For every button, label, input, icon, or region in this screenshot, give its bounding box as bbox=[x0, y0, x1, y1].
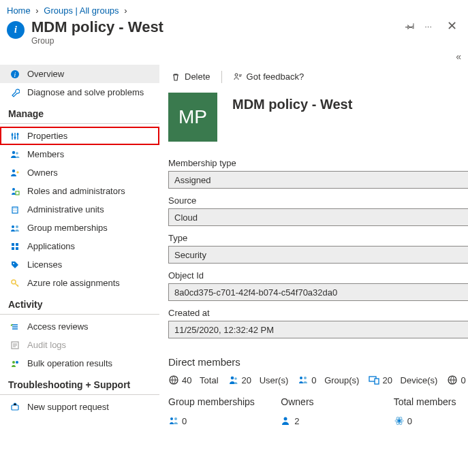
sidebar-item-licenses[interactable]: Licenses bbox=[0, 255, 159, 274]
user-icon bbox=[281, 415, 292, 426]
breadcrumb-groups[interactable]: Groups | All groups bbox=[44, 5, 119, 16]
group-icon bbox=[10, 223, 20, 233]
group-tile: MP MDM policy - West bbox=[168, 93, 468, 142]
stat-label: Group(s) bbox=[324, 375, 359, 385]
collapse-icon[interactable]: « bbox=[456, 51, 461, 62]
sidebar-item-properties[interactable]: Properties bbox=[0, 127, 159, 145]
stat-col-title: Total members bbox=[394, 396, 468, 407]
key-icon bbox=[10, 279, 20, 288]
sidebar-item-label: Diagnose and solve problems bbox=[27, 87, 144, 97]
stat-label: Total bbox=[200, 375, 218, 385]
stat-number: 0 bbox=[311, 375, 316, 385]
svg-point-44 bbox=[284, 417, 287, 421]
toolbar-divider bbox=[221, 71, 222, 83]
sidebar-item-azure-roles[interactable]: Azure role assignments bbox=[0, 274, 159, 292]
device-icon bbox=[369, 375, 379, 385]
apps-icon bbox=[10, 242, 20, 251]
sidebar-item-label: Audit logs bbox=[27, 340, 66, 350]
svg-rect-13 bbox=[12, 243, 14, 246]
breadcrumb: Home › Groups | All groups › bbox=[0, 0, 468, 17]
field-value: Security bbox=[174, 250, 206, 260]
sliders-icon bbox=[10, 131, 20, 141]
sidebar-item-label: Administrative units bbox=[27, 204, 104, 215]
stat-col-group-memberships: Group memberships 0 bbox=[168, 396, 281, 426]
sidebar-item-roles[interactable]: Roles and administrators bbox=[0, 182, 159, 200]
svg-point-12 bbox=[16, 225, 18, 228]
stat-label: Device(s) bbox=[401, 375, 438, 385]
sidebar-item-label: Bulk operation results bbox=[27, 358, 112, 368]
stat-value: 0 bbox=[394, 415, 468, 426]
sidebar-item-label: Licenses bbox=[27, 259, 62, 270]
feedback-icon bbox=[233, 72, 243, 82]
field-value-box: Cloud bbox=[168, 208, 468, 226]
owners-icon bbox=[10, 168, 20, 178]
sidebar-item-bulk[interactable]: Bulk operation results bbox=[0, 354, 159, 372]
stat-devices: 20 Device(s) bbox=[369, 375, 437, 385]
close-icon[interactable]: ✕ bbox=[447, 18, 457, 33]
svg-rect-14 bbox=[16, 243, 18, 246]
field-value-box: Assigned bbox=[168, 171, 468, 189]
svg-rect-15 bbox=[12, 247, 14, 250]
svg-rect-16 bbox=[16, 247, 18, 250]
stat-number: 2 bbox=[294, 416, 299, 426]
field-label: Source bbox=[168, 195, 468, 206]
wrench-icon bbox=[10, 88, 20, 97]
sidebar-item-members[interactable]: Members bbox=[0, 145, 159, 163]
group-name: MDM policy - West bbox=[232, 93, 352, 112]
sidebar-item-label: Overview bbox=[27, 69, 64, 79]
sidebar: i Overview Diagnose and solve problems M… bbox=[0, 65, 160, 433]
tag-icon bbox=[10, 260, 20, 270]
sidebar-item-label: Group memberships bbox=[27, 223, 108, 233]
stat-groups: 0 Group(s) bbox=[298, 375, 359, 385]
field-value-box: 11/25/2020, 12:32:42 PM bbox=[168, 321, 468, 338]
info-icon: i bbox=[10, 69, 20, 79]
page-subtitle: Group bbox=[31, 36, 163, 46]
bulk-icon bbox=[10, 359, 20, 368]
sidebar-item-admin-units[interactable]: Administrative units bbox=[0, 200, 159, 219]
sidebar-item-label: New support request bbox=[27, 402, 109, 412]
delete-button[interactable]: Delete bbox=[168, 70, 213, 83]
sidebar-item-overview[interactable]: i Overview bbox=[0, 65, 159, 83]
field-label: Created at bbox=[168, 308, 468, 318]
sidebar-item-label: Azure role assignments bbox=[27, 278, 120, 288]
stat-col-total-members: Total members 0 bbox=[394, 396, 468, 426]
main-content: Delete Got feedback? MP MDM policy - Wes… bbox=[160, 65, 468, 433]
svg-rect-9 bbox=[16, 191, 19, 195]
stat-number: 0 bbox=[407, 416, 412, 426]
breadcrumb-home[interactable]: Home bbox=[7, 5, 31, 16]
svg-point-20 bbox=[12, 361, 15, 364]
user-icon bbox=[228, 375, 239, 385]
sidebar-section-activity: Activity bbox=[0, 292, 159, 315]
field-object-id: Object Id 8a0cd375-c701-42f4-b074-c54f70… bbox=[168, 270, 468, 301]
delete-label: Delete bbox=[185, 72, 210, 82]
field-type: Type Security bbox=[168, 233, 468, 264]
sidebar-item-owners[interactable]: Owners bbox=[0, 163, 159, 182]
more-icon[interactable]: ··· bbox=[424, 21, 432, 31]
field-value: Assigned bbox=[174, 175, 210, 185]
chevron-right-icon: › bbox=[124, 5, 127, 16]
trash-icon bbox=[171, 72, 181, 82]
sidebar-item-label: Members bbox=[27, 149, 64, 159]
field-created-at: Created at 11/25/2020, 12:32:42 PM bbox=[168, 308, 468, 338]
svg-point-17 bbox=[13, 263, 14, 264]
sidebar-item-new-request[interactable]: New support request bbox=[0, 398, 159, 416]
pin-icon[interactable] bbox=[405, 21, 415, 31]
stat-number: 40 bbox=[182, 375, 191, 385]
sidebar-item-applications[interactable]: Applications bbox=[0, 237, 159, 255]
sidebar-item-diagnose[interactable]: Diagnose and solve problems bbox=[0, 83, 159, 101]
stat-number: 0 bbox=[182, 416, 187, 426]
sidebar-item-label: Applications bbox=[27, 241, 75, 251]
svg-point-6 bbox=[16, 152, 18, 155]
sidebar-item-group-memberships[interactable]: Group memberships bbox=[0, 219, 159, 237]
roles-icon bbox=[10, 187, 20, 196]
field-source: Source Cloud bbox=[168, 195, 468, 226]
stat-total: 40 Total bbox=[168, 375, 219, 385]
toolbar: Delete Got feedback? bbox=[168, 65, 468, 89]
stat-label: User(s) bbox=[260, 375, 289, 385]
field-value-box: Security bbox=[168, 246, 468, 264]
stat-value: 0 bbox=[168, 415, 281, 426]
stat-number: 0 bbox=[461, 375, 465, 385]
sidebar-item-audit-logs[interactable]: Audit logs bbox=[0, 336, 159, 354]
feedback-button[interactable]: Got feedback? bbox=[230, 70, 307, 83]
sidebar-item-access-reviews[interactable]: Access reviews bbox=[0, 317, 159, 336]
